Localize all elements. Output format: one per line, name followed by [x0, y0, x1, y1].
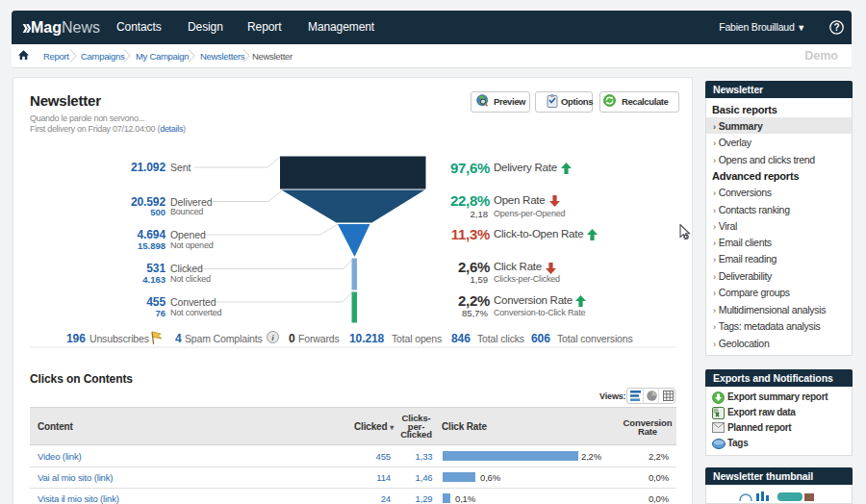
svg-text:?: ? [833, 22, 839, 33]
